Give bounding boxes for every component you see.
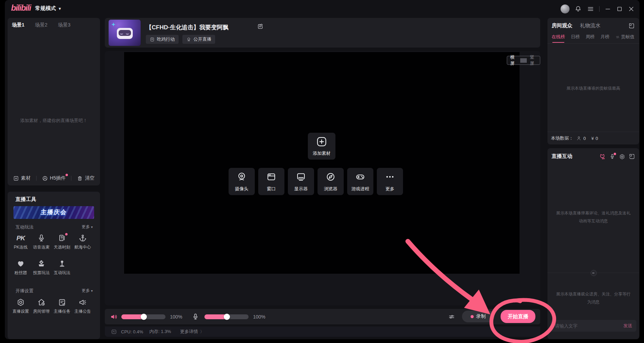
- speaker-volume-slider[interactable]: [121, 314, 165, 319]
- chat-input[interactable]: [554, 323, 623, 329]
- popout-icon[interactable]: [629, 153, 635, 160]
- maximize-button[interactable]: [616, 6, 623, 12]
- cpu-usage: CPU: 0.4%: [121, 329, 143, 334]
- microphone-icon[interactable]: [192, 313, 199, 321]
- anchor-celebration-banner[interactable]: 主播庆会: [13, 206, 94, 219]
- tool-voice-link[interactable]: 语音连麦: [31, 234, 52, 250]
- tool-live-settings[interactable]: 直播设置: [10, 298, 31, 314]
- control-bar: 100% 100% 录制 开始直播: [105, 309, 540, 324]
- close-button[interactable]: [628, 6, 635, 12]
- subtab-contribution[interactable]: 贡献值: [615, 34, 634, 40]
- category-tag-label: 吃鸡行动: [157, 36, 175, 42]
- tool-vote[interactable]: 投票玩法: [31, 259, 52, 276]
- microphone-icon: [37, 234, 46, 243]
- stream-info-card: 【CFHD·生化追击】我要变阿飘 吃鸡行动 公开直播: [105, 18, 540, 48]
- send-button[interactable]: 发送: [623, 323, 632, 329]
- mic-volume-slider[interactable]: [204, 314, 249, 319]
- tasks-icon: [58, 298, 67, 307]
- bell-icon[interactable]: [574, 5, 582, 13]
- tab-room-viewers[interactable]: 房间观众: [552, 22, 572, 29]
- source-more-button[interactable]: 更多: [377, 168, 403, 195]
- mixer-icon[interactable]: [448, 313, 455, 320]
- category-tag[interactable]: 吃鸡行动: [146, 35, 179, 44]
- spark-decoration: [111, 22, 115, 27]
- subtab-weekly-rank[interactable]: 周榜: [586, 34, 595, 40]
- stream-title-text: 【CFHD·生化追击】我要变阿飘: [146, 24, 229, 31]
- source-game-button[interactable]: 游戏进程: [347, 168, 373, 195]
- tool-room-manage[interactable]: 房间管理: [31, 298, 52, 314]
- tool-label: 直播设置: [10, 309, 31, 314]
- scene-panel: 场景1 场景2 场景3 添加素材，搭建你的直播场景吧！ 素材 H5插件: [8, 18, 100, 185]
- record-label: 录制: [476, 313, 486, 320]
- tool-label: 互动玩法: [52, 270, 72, 276]
- subtab-daily-rank[interactable]: 日榜: [571, 34, 580, 40]
- tool-lucky-draw[interactable]: 天选时刻: [52, 234, 72, 250]
- gear-icon[interactable]: [619, 153, 625, 160]
- live-tools-panel: 直播工具 主播庆会 互动玩法 更多 ▾ PK PK连线 语音连麦: [8, 192, 100, 339]
- avatar[interactable]: [561, 4, 570, 13]
- chevron-down-icon: ▾: [91, 289, 93, 293]
- menu-icon[interactable]: [587, 5, 594, 13]
- preview-area: 横屏 竖屏 添加素材 摄像头 窗口: [105, 51, 540, 305]
- settings-more-button[interactable]: 更多 ▾: [82, 288, 93, 294]
- tool-fan-club[interactable]: 粉丝团: [10, 259, 31, 276]
- tool-anchor-tasks[interactable]: 主播任务: [52, 298, 72, 314]
- tool-pk-link[interactable]: PK PK连线: [10, 234, 31, 250]
- minimize-button[interactable]: [604, 6, 611, 12]
- topbar: bilibili 常规模式▼: [5, 0, 640, 18]
- slider-thumb[interactable]: [141, 314, 147, 320]
- pk-icon: PK: [17, 234, 25, 243]
- divider: [599, 6, 600, 12]
- visibility-tag[interactable]: 公开直播: [182, 35, 215, 44]
- tool-label: PK连线: [10, 244, 31, 250]
- tab-scene-3[interactable]: 场景3: [58, 22, 71, 28]
- more-details-link[interactable]: 更多详情: [180, 329, 198, 335]
- slider-thumb[interactable]: [224, 314, 230, 320]
- source-window-button[interactable]: 窗口: [258, 168, 284, 195]
- add-material-button[interactable]: 素材: [13, 175, 31, 181]
- interact-more-button[interactable]: 更多 ▾: [82, 224, 93, 230]
- mode-selector[interactable]: 常规模式▼: [35, 5, 62, 12]
- tool-interact-play[interactable]: 互动玩法: [52, 259, 72, 276]
- tool-label: 航海中心: [72, 244, 93, 250]
- mic-volume-value: 100%: [253, 314, 265, 320]
- portrait-option[interactable]: 竖屏: [527, 54, 540, 67]
- edit-icon[interactable]: [257, 23, 264, 30]
- source-buttons-row: 摄像头 窗口 显示器 浏览器: [229, 168, 403, 195]
- panel-resize-handle[interactable]: [591, 270, 597, 276]
- robot-eye: [126, 32, 129, 34]
- source-camera-button[interactable]: 摄像头: [229, 168, 255, 195]
- plus-square-icon: [316, 136, 328, 148]
- subtab-monthly-rank[interactable]: 月榜: [601, 34, 610, 40]
- subtab-online-rank[interactable]: 在线榜: [552, 34, 565, 40]
- stream-cover-image[interactable]: [109, 20, 141, 46]
- source-label: 显示器: [288, 186, 314, 192]
- popout-icon[interactable]: [628, 23, 635, 29]
- settings-section-label: 开播设置: [16, 288, 33, 294]
- add-material-center-button[interactable]: 添加素材: [308, 133, 335, 160]
- viewer-count: 0: [583, 136, 586, 141]
- performance-icon: [111, 329, 117, 335]
- webcam-icon: [237, 172, 247, 182]
- start-live-button[interactable]: 开始直播: [501, 310, 535, 323]
- source-label: 窗口: [258, 186, 284, 192]
- tool-voyage-center[interactable]: 航海中心: [72, 234, 93, 250]
- h5-plugin-button[interactable]: H5插件: [42, 175, 66, 181]
- monitor-icon: [296, 172, 306, 182]
- landscape-option[interactable]: 横屏: [507, 54, 520, 67]
- record-button[interactable]: 录制: [462, 311, 494, 322]
- preview-canvas[interactable]: [124, 52, 520, 274]
- tab-scene-2[interactable]: 场景2: [35, 22, 48, 28]
- clear-scene-button[interactable]: 清空: [77, 175, 94, 181]
- speaker-volume-value: 100%: [170, 314, 182, 320]
- speaker-icon[interactable]: [110, 313, 118, 321]
- source-browser-button[interactable]: 浏览器: [318, 168, 344, 195]
- session-data-label: 本场数据：: [551, 135, 573, 141]
- tab-gift-flow[interactable]: 礼物流水: [580, 22, 601, 29]
- danmaku-cat-on-icon[interactable]: on: [599, 153, 606, 160]
- tool-anchor-notice[interactable]: 主播公告: [72, 298, 93, 314]
- tab-scene-1[interactable]: 场景1: [12, 22, 24, 28]
- interaction-panel-title: 直播互动: [552, 153, 572, 160]
- source-display-button[interactable]: 显示器: [288, 168, 314, 195]
- gift-amount: 0: [595, 136, 598, 141]
